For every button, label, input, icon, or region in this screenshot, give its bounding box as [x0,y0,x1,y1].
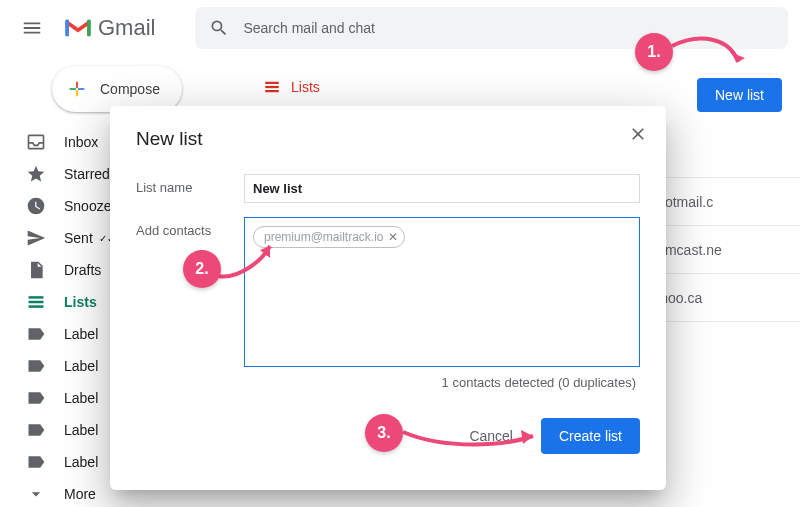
sidebar-label: Label [64,358,98,374]
sidebar-label: Lists [64,294,97,310]
hamburger-icon [21,17,43,39]
svg-rect-5 [29,305,44,308]
inbox-icon [26,132,46,152]
search-placeholder: Search mail and chat [243,20,375,36]
gmail-icon [64,17,92,39]
search-icon [209,18,229,38]
sidebar-label: Sent [64,230,93,246]
label-icon [26,356,46,376]
annotation-badge-1: 1. [635,33,673,71]
lists-icon [263,78,281,96]
compose-button[interactable]: Compose [52,66,182,112]
sidebar-item-label[interactable]: Label [10,382,245,414]
col-name: e List [263,146,480,162]
expand-icon [26,484,46,504]
clock-icon [26,196,46,216]
app-header: Gmail Search mail and chat [0,0,800,56]
svg-rect-6 [265,82,279,84]
sidebar-item-starred[interactable]: Starred [10,158,245,190]
row-email: dsugal@yahoo.ca [590,290,800,306]
svg-rect-8 [265,90,279,92]
sidebar-item-label[interactable]: Label [10,446,245,478]
label-icon [26,324,46,344]
svg-rect-3 [29,296,44,299]
col-contacts: 3 contacts [480,146,590,162]
sidebar-item-sent[interactable]: Sent ✓✓ [10,222,245,254]
lists-table: e List 3 contacts solomon@hotmail.c payn… [245,130,800,322]
svg-rect-1 [87,20,91,36]
sidebar-label: Drafts [64,262,101,278]
table-row[interactable]: dsugal@yahoo.ca [245,274,800,322]
main-content: Lists New list e List 3 contacts solomon… [245,56,800,507]
sidebar-label: Label [64,326,98,342]
section-label: Lists [291,79,320,95]
sidebar-item-inbox[interactable]: Inbox [10,126,245,158]
label-icon [26,452,46,472]
plus-icon [66,78,88,100]
search-bar[interactable]: Search mail and chat [195,7,788,49]
compose-label: Compose [100,81,160,97]
svg-rect-4 [29,301,44,304]
sidebar-label: Label [64,390,98,406]
sidebar-item-label[interactable]: Label [10,414,245,446]
sidebar-label: Starred [64,166,110,182]
sidebar-item-label[interactable]: Label [10,350,245,382]
table-row[interactable]: solomon@hotmail.c [245,178,800,226]
svg-rect-0 [65,20,69,36]
nav-list: Inbox Starred Snoozed Sent ✓✓ Drafts [10,126,245,507]
gmail-logo[interactable]: Gmail [64,15,155,41]
app-name: Gmail [98,15,155,41]
sidebar-label: More [64,486,96,502]
label-icon [26,388,46,408]
file-icon [26,260,46,280]
table-row[interactable]: payned@comcast.ne [245,226,800,274]
sidebar-item-lists[interactable]: Lists [10,286,245,318]
sidebar-item-snoozed[interactable]: Snoozed [10,190,245,222]
row-email: payned@comcast.ne [590,242,800,258]
sidebar-label: Snoozed [64,198,119,214]
sidebar-label: Inbox [64,134,98,150]
annotation-badge-3: 3. [365,414,403,452]
lists-icon [26,292,46,312]
sidebar-item-label[interactable]: Label [10,318,245,350]
sidebar-item-more[interactable]: More [10,478,245,507]
sidebar-label: Label [64,454,98,470]
star-icon [26,164,46,184]
sidebar-label: Label [64,422,98,438]
sent-checkmarks: ✓✓ [99,233,115,244]
table-header: e List 3 contacts [245,130,800,178]
row-email: solomon@hotmail.c [590,194,800,210]
annotation-badge-2: 2. [183,250,221,288]
svg-rect-7 [265,86,279,88]
new-list-button[interactable]: New list [697,78,782,112]
send-icon [26,228,46,248]
label-icon [26,420,46,440]
menu-button[interactable] [12,8,52,48]
